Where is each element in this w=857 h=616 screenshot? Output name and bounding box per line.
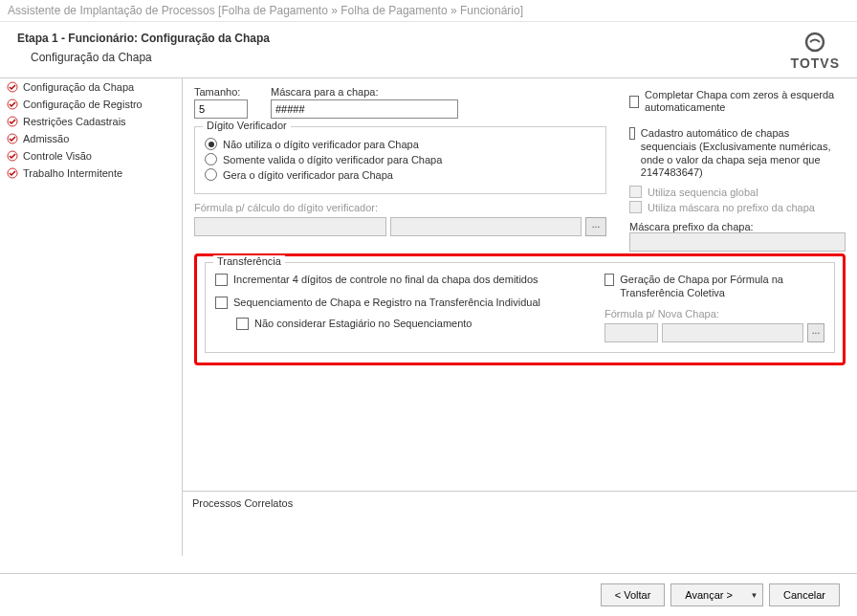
processos-correlatos: Processos Correlatos bbox=[183, 491, 857, 556]
formula-calc-input2 bbox=[390, 217, 582, 236]
totvs-icon bbox=[803, 31, 826, 54]
dv-radio-somente-valida[interactable] bbox=[205, 153, 217, 165]
geracao-formula-label: Geração de Chapa por Fórmula na Transfer… bbox=[620, 274, 824, 300]
mascara-prefixo-label: Máscara prefixo da chapa: bbox=[629, 221, 754, 232]
mascara-input[interactable] bbox=[271, 99, 458, 119]
dv-opt3-label: Gera o dígito verificador para Chapa bbox=[223, 169, 393, 181]
check-icon bbox=[6, 149, 19, 163]
incrementar-checkbox[interactable] bbox=[215, 274, 228, 286]
check-icon bbox=[6, 132, 19, 145]
sidebar-item-label: Admissão bbox=[23, 133, 69, 144]
geracao-formula-checkbox[interactable] bbox=[604, 274, 614, 286]
seq-global-label: Utiliza sequencia global bbox=[648, 187, 758, 198]
window-title: Assistente de Implantação de Processos [… bbox=[0, 0, 857, 22]
tamanho-label: Tamanho: bbox=[194, 86, 255, 98]
svg-point-0 bbox=[806, 33, 824, 51]
dv-radio-nao-utiliza[interactable] bbox=[205, 138, 217, 150]
avancar-split-button[interactable]: Avançar > ▼ bbox=[670, 583, 763, 606]
sequenciamento-checkbox[interactable] bbox=[215, 297, 228, 309]
dv-opt1-label: Não utiliza o dígito verificador para Ch… bbox=[223, 139, 419, 150]
step-subtitle: Configuração da Chapa bbox=[17, 45, 840, 74]
nao-estagiario-label: Não considerar Estagiário no Sequenciame… bbox=[254, 318, 472, 329]
sidebar-item-label: Configuração da Chapa bbox=[23, 81, 134, 93]
check-icon bbox=[6, 166, 19, 180]
formula-nova-lookup-button: ... bbox=[807, 323, 824, 342]
nao-estagiario-checkbox[interactable] bbox=[236, 318, 249, 330]
avancar-caret[interactable]: ▼ bbox=[746, 583, 763, 606]
cadastro-auto-label: Cadastro automático de chapas sequenciai… bbox=[641, 127, 846, 180]
sequenciamento-label: Sequenciamento de Chapa e Registro na Tr… bbox=[233, 297, 540, 310]
sidebar-item-trabalho-intermitente[interactable]: Trabalho Intermitente bbox=[0, 165, 182, 182]
completar-checkbox[interactable] bbox=[629, 96, 639, 108]
main-panel: Tamanho: Máscara para a chapa: Completar… bbox=[183, 78, 857, 556]
cancelar-button[interactable]: Cancelar bbox=[769, 583, 840, 606]
formula-nova-label: Fórmula p/ Nova Chapa: bbox=[604, 308, 719, 319]
sidebar: Configuração da Chapa Configuração de Re… bbox=[0, 78, 183, 556]
voltar-button[interactable]: < Voltar bbox=[601, 583, 666, 606]
tamanho-input[interactable] bbox=[194, 99, 248, 119]
dv-radio-gera[interactable] bbox=[205, 168, 217, 181]
seq-global-checkbox bbox=[629, 186, 642, 198]
check-icon bbox=[6, 98, 19, 111]
mascara-prefixo-input bbox=[629, 232, 846, 252]
brand-logo: TOTVS bbox=[791, 31, 840, 71]
sidebar-item-label: Configuração de Registro bbox=[23, 99, 143, 110]
formula-nova-input1 bbox=[604, 323, 658, 342]
sidebar-item-restricoes[interactable]: Restrições Cadastrais bbox=[0, 113, 182, 130]
formula-calc-input1 bbox=[194, 217, 386, 236]
formula-calc-label: Fórmula p/ cálculo do dígito verificador… bbox=[194, 202, 378, 213]
footer: < Voltar Avançar > ▼ Cancelar bbox=[0, 573, 857, 616]
sidebar-item-label: Restrições Cadastrais bbox=[23, 116, 126, 127]
transfer-highlight: Transferência Incrementar 4 dígitos de c… bbox=[194, 253, 846, 365]
sidebar-item-admissao[interactable]: Admissão bbox=[0, 130, 182, 147]
incrementar-label: Incrementar 4 dígitos de controle no fin… bbox=[233, 274, 538, 287]
completar-label: Completar Chapa com zeros à esquerda aut… bbox=[645, 89, 846, 114]
sidebar-item-label: Controle Visão bbox=[23, 150, 92, 162]
check-icon bbox=[6, 80, 19, 94]
step-title: Etapa 1 - Funcionário: Configuração da C… bbox=[17, 32, 840, 45]
formula-calc-lookup-button: ... bbox=[585, 217, 606, 236]
mascara-label: Máscara para a chapa: bbox=[271, 86, 462, 98]
sidebar-item-config-registro[interactable]: Configuração de Registro bbox=[0, 96, 182, 113]
sidebar-item-config-chapa[interactable]: Configuração da Chapa bbox=[0, 78, 182, 96]
dv-legend: Dígito Verificador bbox=[203, 120, 291, 131]
formula-nova-input2 bbox=[662, 323, 803, 342]
avancar-button[interactable]: Avançar > bbox=[670, 583, 746, 606]
mascara-prefixo-checkbox bbox=[629, 201, 642, 213]
mascara-prefixo-chk-label: Utiliza máscara no prefixo da chapa bbox=[648, 202, 815, 213]
dv-opt2-label: Somente valida o dígito verificador para… bbox=[223, 154, 442, 165]
check-icon bbox=[6, 115, 19, 128]
sidebar-item-controle-visao[interactable]: Controle Visão bbox=[0, 147, 182, 165]
dv-fieldset: Dígito Verificador Não utiliza o dígito … bbox=[194, 126, 606, 194]
cadastro-auto-checkbox[interactable] bbox=[629, 127, 635, 140]
transfer-legend: Transferência bbox=[213, 255, 285, 267]
sidebar-item-label: Trabalho Intermitente bbox=[23, 167, 122, 179]
